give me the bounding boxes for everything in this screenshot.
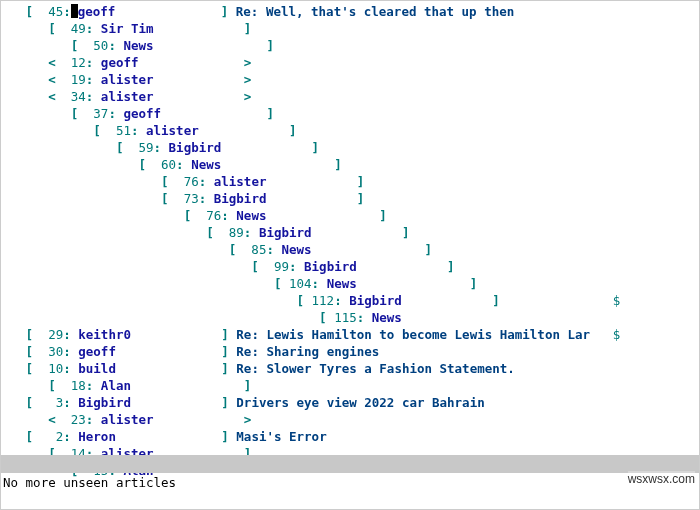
thread-row[interactable]: [ 85: News ] xyxy=(3,241,697,258)
thread-row[interactable]: [ 99: Bigbird ] xyxy=(3,258,697,275)
thread-row[interactable]: < 19: alister > xyxy=(3,71,697,88)
thread-row[interactable]: [ 18: Alan ] xyxy=(3,377,697,394)
thread-row[interactable]: [ 104: News ] xyxy=(3,275,697,292)
thread-row[interactable]: [ 76: News ] xyxy=(3,207,697,224)
thread-row[interactable]: < 23: alister > xyxy=(3,411,697,428)
minibuffer-message: No more unseen articles xyxy=(3,474,176,491)
thread-row[interactable]: [ 29: keithr0 ] Re: Lewis Hamilton to be… xyxy=(3,326,697,343)
thread-row[interactable]: [ 112: Bigbird ] $ xyxy=(3,292,697,309)
thread-row[interactable]: [ 30: geoff ] Re: Sharing engines xyxy=(3,343,697,360)
thread-row[interactable]: [ 2: Heron ] Masi's Error xyxy=(3,428,697,445)
point-cursor xyxy=(71,4,78,18)
watermark: wsxwsx.com xyxy=(628,471,695,488)
summary-buffer[interactable]: [ 45:geoff ] Re: Well, that's cleared th… xyxy=(3,3,697,479)
mode-line: U:--@ ✻ ☍ r.a.s.f1 [0] {281 more} Top (1… xyxy=(1,455,699,473)
thread-row[interactable]: [ 59: Bigbird ] xyxy=(3,139,697,156)
thread-row[interactable]: [ 76: alister ] xyxy=(3,173,697,190)
thread-row[interactable]: [ 115: News xyxy=(3,309,697,326)
thread-row[interactable]: [ 37: geoff ] xyxy=(3,105,697,122)
thread-row[interactable]: [ 51: alister ] xyxy=(3,122,697,139)
thread-row[interactable]: [ 3: Bigbird ] Drivers eye view 2022 car… xyxy=(3,394,697,411)
thread-row[interactable]: [ 50: News ] xyxy=(3,37,697,54)
thread-row[interactable]: [ 89: Bigbird ] xyxy=(3,224,697,241)
thread-row[interactable]: [ 60: News ] xyxy=(3,156,697,173)
thread-row[interactable]: [ 49: Sir Tim ] xyxy=(3,20,697,37)
thread-row[interactable]: [ 10: build ] Re: Slower Tyres a Fashion… xyxy=(3,360,697,377)
thread-row[interactable]: < 12: geoff > xyxy=(3,54,697,71)
thread-row[interactable]: < 34: alister > xyxy=(3,88,697,105)
thread-row[interactable]: [ 45:geoff ] Re: Well, that's cleared th… xyxy=(3,3,697,20)
thread-row[interactable]: [ 73: Bigbird ] xyxy=(3,190,697,207)
